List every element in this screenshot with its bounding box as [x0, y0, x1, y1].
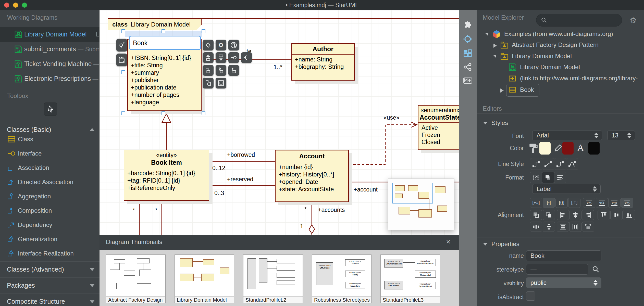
- show-multiplicity-toggle[interactable]: [+#]: [530, 198, 542, 208]
- font-size-stepper[interactable]: 13: [607, 131, 635, 140]
- stereotype-search-icon[interactable]: [592, 265, 600, 273]
- quick-add-superclass-button[interactable]: [203, 52, 214, 63]
- toolbox-item-dependency[interactable]: Dependency: [0, 218, 100, 232]
- toolbox-item-class[interactable]: Class: [0, 132, 100, 147]
- expanded-icon[interactable]: [493, 55, 496, 58]
- distribute-vertical-button[interactable]: [543, 222, 555, 232]
- toolbox-item-composition[interactable]: Composition: [0, 204, 100, 218]
- expanded-icon[interactable]: [485, 33, 488, 36]
- quick-add-note-button[interactable]: [116, 39, 127, 52]
- align-right-button[interactable]: [582, 210, 594, 220]
- align-left-button[interactable]: [557, 210, 569, 220]
- line-color-swatch[interactable]: [562, 142, 574, 155]
- show-constraint-toggle[interactable]: [{}]: [555, 198, 568, 208]
- align-bottom-button[interactable]: [623, 210, 635, 220]
- visibility-select[interactable]: public: [526, 277, 601, 288]
- explorer-settings-gear-icon[interactable]: ⚙: [630, 16, 637, 25]
- format-wordwrap-button[interactable]: [554, 172, 566, 183]
- thumbnails-view-button[interactable]: [463, 48, 472, 58]
- working-diagram-electronic-prescriptions[interactable]: Electronic Prescriptions — E: [0, 71, 100, 86]
- equal-size-button[interactable]: [582, 222, 594, 232]
- resize-handle-n[interactable]: [162, 29, 165, 33]
- toolbox-item-association[interactable]: Association: [0, 161, 100, 175]
- resize-handle-sw[interactable]: [121, 111, 125, 115]
- toolbox-item-interface[interactable]: Interface: [0, 147, 100, 161]
- quick-add-provided-interface-button[interactable]: [228, 52, 239, 63]
- toolbox-category-classes-advanced[interactable]: Classes (Advanced): [0, 261, 100, 277]
- class-author[interactable]: Author +name: String +biography: String: [291, 43, 355, 81]
- resize-handle-nw[interactable]: [121, 29, 125, 33]
- properties-collapse-icon[interactable]: [483, 243, 488, 246]
- toolbox-item-generalization[interactable]: Generalization: [0, 232, 100, 247]
- is-abstract-checkbox[interactable]: [526, 291, 535, 301]
- font-family-select[interactable]: Arial: [532, 131, 602, 140]
- distribute-horizontal-button[interactable]: [530, 222, 542, 232]
- stereotype-input[interactable]: —: [526, 264, 588, 275]
- bring-to-front-button[interactable]: [543, 210, 555, 220]
- close-icon[interactable]: ×: [446, 237, 451, 246]
- quick-add-diagram-button[interactable]: [116, 54, 127, 66]
- quick-rotate-button[interactable]: [203, 40, 214, 50]
- tree-item-library-domain-model-diagram[interactable]: Library Domain Model: [477, 62, 644, 73]
- line-style-oblique-button[interactable]: [542, 158, 554, 170]
- align-center-button[interactable]: [569, 210, 581, 220]
- extensions-button[interactable]: [463, 21, 472, 30]
- thumbnail-abstract-factory[interactable]: Abstract Factory Design: [106, 254, 166, 303]
- equal-height-button[interactable]: [557, 222, 569, 232]
- quick-state-button[interactable]: [228, 40, 239, 50]
- properties-section-header[interactable]: Properties: [491, 240, 519, 248]
- working-diagram-library-domain-model[interactable]: Library Domain Model — Lib: [0, 27, 100, 42]
- format-shadow-button[interactable]: [542, 172, 554, 183]
- focus-target-button[interactable]: [463, 34, 472, 44]
- quick-add-required-interface-button[interactable]: [241, 52, 252, 63]
- quick-add-subclass-button[interactable]: [216, 52, 226, 63]
- tree-item-examples[interactable]: Examples (from www.uml-diagrams.org): [477, 29, 644, 40]
- class-name-edit-field[interactable]: Book: [129, 36, 201, 50]
- fill-roller-icon[interactable]: [529, 143, 538, 154]
- resize-handle-s[interactable]: [162, 111, 165, 115]
- resize-handle-ne[interactable]: [202, 29, 205, 33]
- collapsed-icon[interactable]: [493, 44, 497, 48]
- tree-item-abstract-factory[interactable]: Abstract Factory Design Pattern: [477, 40, 644, 51]
- quick-settings-button[interactable]: ⚙: [216, 40, 226, 50]
- resize-handle-w[interactable]: [121, 70, 125, 74]
- resize-handle-se[interactable]: [202, 111, 205, 115]
- font-color-letter-icon[interactable]: A: [577, 142, 584, 153]
- show-stereotype-toggle[interactable]: [▫]: [543, 198, 555, 208]
- enumeration-account-state[interactable]: «enumeration» AccountState Active Frozen…: [418, 105, 459, 150]
- fill-color-swatch[interactable]: [539, 142, 551, 155]
- format-autoresize-button[interactable]: [530, 172, 542, 183]
- line-style-rectilinear-button[interactable]: [530, 158, 542, 170]
- toolbox-category-composite-structure[interactable]: Composite Structure: [0, 294, 100, 306]
- quick-add-containment-button[interactable]: [216, 78, 226, 88]
- suppress-receptions-toggle[interactable]: x◷: [608, 198, 621, 208]
- equal-width-button[interactable]: [569, 222, 581, 232]
- tree-item-book[interactable]: Book: [477, 85, 644, 96]
- select-tool-button[interactable]: [44, 103, 57, 116]
- show-type-toggle[interactable]: [:T]: [568, 198, 580, 208]
- line-pencil-icon[interactable]: [554, 144, 562, 152]
- working-diagram-submit-comments[interactable]: submit_comments — Submit: [0, 42, 100, 57]
- search-input[interactable]: [536, 14, 622, 27]
- align-top-button[interactable]: [598, 210, 610, 220]
- thumbnail-standard-profile-l2[interactable]: StandardProfileL2: [243, 254, 303, 303]
- suppress-attributes-toggle[interactable]: x◇: [583, 198, 595, 208]
- toolbox-item-directed-association[interactable]: Directed Association: [0, 175, 100, 189]
- quick-add-aggregation-button[interactable]: [216, 65, 226, 76]
- toolbox-category-packages[interactable]: Packages: [0, 277, 100, 294]
- label-select[interactable]: Label: [532, 184, 601, 194]
- tree-item-hyperlink[interactable]: (link to http://www.uml-diagrams.org/lib…: [477, 73, 644, 84]
- thumbnail-standard-profile-l3[interactable]: «metaClass»UMLComponent «stereotype»Buil…: [380, 254, 440, 303]
- styles-section-header[interactable]: Styles: [491, 119, 508, 126]
- working-diagram-ticket-vending-machine[interactable]: Ticket Vending Machine — T: [0, 57, 100, 71]
- share-button[interactable]: [463, 62, 472, 72]
- line-style-curve-button[interactable]: [566, 158, 578, 170]
- quick-add-dependency-button[interactable]: [203, 78, 214, 88]
- collapsed-icon[interactable]: [500, 88, 504, 93]
- thumbnail-robustness-stereotypes[interactable]: «metaClass»UMLClass «stereotype»control …: [312, 254, 371, 303]
- suppress-literals-toggle[interactable]: x◇: [621, 198, 633, 208]
- class-account[interactable]: Account +number {id} +history: History[0…: [275, 150, 349, 202]
- line-style-rounded-button[interactable]: [554, 158, 566, 170]
- toolbox-item-aggregation[interactable]: Aggregation: [0, 189, 100, 204]
- suppress-operations-toggle[interactable]: x⚙: [596, 198, 608, 208]
